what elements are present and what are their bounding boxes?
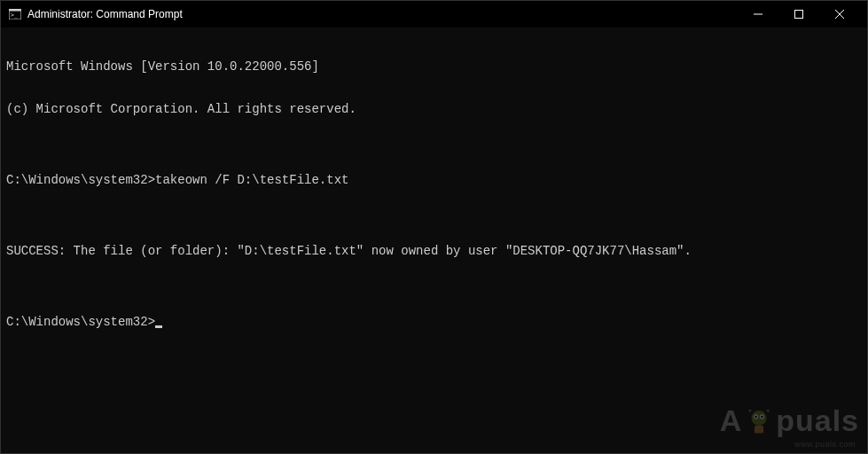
titlebar[interactable]: >_ Administrator: Command Prompt: [1, 1, 867, 27]
terminal-prompt-line: C:\Windows\system32>: [6, 315, 862, 329]
prompt: C:\Windows\system32>: [6, 315, 155, 329]
command-prompt-window: >_ Administrator: Command Prompt Microso…: [0, 0, 868, 454]
terminal-line: Microsoft Windows [Version 10.0.22000.55…: [6, 59, 862, 74]
svg-rect-4: [795, 11, 803, 19]
terminal-line: (c) Microsoft Corporation. All rights re…: [6, 102, 862, 116]
terminal-command-line: C:\Windows\system32>takeown /F D:\testFi…: [6, 173, 862, 187]
minimize-button[interactable]: [738, 1, 778, 27]
window-controls: [738, 1, 860, 27]
terminal-output-line: SUCCESS: The file (or folder): "D:\testF…: [6, 244, 862, 258]
cmd-icon: >_: [8, 7, 22, 21]
maximize-button[interactable]: [778, 1, 819, 27]
terminal-output[interactable]: Microsoft Windows [Version 10.0.22000.55…: [1, 27, 867, 453]
svg-rect-1: [9, 9, 21, 12]
close-button[interactable]: [819, 1, 860, 27]
prompt: C:\Windows\system32>: [6, 173, 155, 187]
command-text: takeown /F D:\testFile.txt: [155, 173, 348, 187]
svg-text:>_: >_: [11, 12, 19, 19]
window-title: Administrator: Command Prompt: [27, 8, 738, 20]
cursor: [155, 325, 162, 328]
